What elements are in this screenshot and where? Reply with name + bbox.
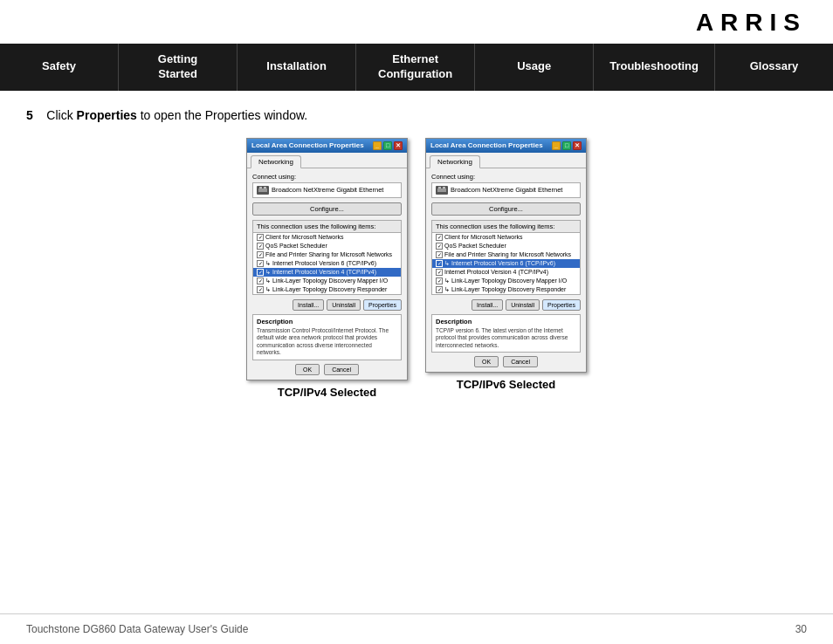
ipv6-dialog-title: Local Area Connection Properties: [430, 141, 543, 149]
svg-rect-2: [264, 187, 266, 188]
checkbox-qos[interactable]: [257, 243, 264, 250]
ipv6-connection-uses-label: This connection uses the following items…: [432, 221, 580, 233]
ipv4-caption: TCP/IPv4 Selected: [278, 386, 376, 399]
ok-button[interactable]: OK: [295, 364, 320, 375]
nav-usage[interactable]: Usage: [475, 44, 594, 91]
item-ipv4-selected[interactable]: ↳ Internet Protocol Version 4 (TCP/IPv4): [253, 268, 401, 277]
step-number: 5: [26, 108, 33, 122]
cancel-button[interactable]: Cancel: [324, 364, 359, 375]
footer-page-number: 30: [795, 623, 807, 635]
checkbox-client[interactable]: [257, 234, 264, 241]
close-btn[interactable]: ✕: [394, 141, 403, 150]
ipv6-ok-button[interactable]: OK: [474, 356, 499, 367]
ipv6-item-ipv6-selected[interactable]: ↳ Internet Protocol Version 6 (TCP/IPv6): [432, 259, 580, 268]
ipv6-install-button[interactable]: Install...: [472, 299, 503, 311]
footer-title: Touchstone DG860 Data Gateway User's Gui…: [26, 623, 248, 635]
navigation: Safety Getting Started Installation Ethe…: [0, 44, 833, 91]
svg-rect-1: [259, 187, 262, 188]
nav-glossary[interactable]: Glossary: [715, 44, 833, 91]
ipv6-description-box: Description TCP/IP version 6. The latest…: [431, 314, 581, 353]
ipv6-properties-button[interactable]: Properties: [542, 299, 581, 311]
ipv6-connect-using-box: Broadcom NetXtreme Gigabit Ethernet: [431, 182, 581, 198]
checkbox-lltdm[interactable]: [257, 277, 264, 284]
ipv6-cancel-button[interactable]: Cancel: [503, 356, 538, 367]
item-qos[interactable]: QoS Packet Scheduler: [253, 242, 401, 250]
ipv6-titlebar-buttons: _ □ ✕: [552, 141, 582, 150]
ipv6-screenshot: Local Area Connection Properties _ □ ✕ N…: [425, 138, 587, 399]
ipv6-connect-using-label: Connect using:: [431, 173, 581, 181]
ipv6-nic-icon: [436, 186, 448, 195]
ipv6-item-qos[interactable]: QoS Packet Scheduler: [432, 242, 580, 250]
ipv6-caption: TCP/IPv6 Selected: [457, 378, 555, 391]
step-text: Click Properties to open the Properties …: [46, 108, 307, 122]
nic-icon: [257, 186, 269, 195]
nav-installation[interactable]: Installation: [238, 44, 356, 91]
ipv6-checkbox-client[interactable]: [436, 234, 443, 241]
dialog-body: Connect using: Broadcom NetXtreme Gigabi…: [247, 168, 407, 380]
ipv6-checkbox-ipv4[interactable]: [436, 269, 443, 276]
item-client[interactable]: Client for Microsoft Networks: [253, 233, 401, 242]
ipv6-dialog-body: Connect using: Broadcom NetXtreme Gigabi…: [426, 168, 586, 372]
uninstall-button[interactable]: Uninstall: [327, 299, 361, 311]
screenshots-container: Local Area Connection Properties _ □ ✕ N…: [26, 138, 807, 399]
maximize-btn[interactable]: □: [383, 141, 392, 150]
ipv6-maximize-btn[interactable]: □: [562, 141, 571, 150]
dialog-tabs: Networking: [247, 153, 407, 168]
properties-button[interactable]: Properties: [363, 299, 402, 311]
checkbox-lltdr[interactable]: [257, 286, 264, 293]
ipv6-checkbox-qos[interactable]: [436, 243, 443, 250]
ipv6-configure-button[interactable]: Configure...: [431, 202, 581, 216]
arris-logo: ARRIS: [696, 9, 807, 36]
ipv6-uninstall-button[interactable]: Uninstall: [506, 299, 540, 311]
description-title: Description: [257, 318, 397, 325]
ipv6-connection-uses-box: This connection uses the following items…: [431, 220, 581, 295]
ipv6-networking-tab[interactable]: Networking: [430, 155, 480, 168]
ipv4-titlebar: Local Area Connection Properties _ □ ✕: [247, 139, 407, 153]
titlebar-buttons: _ □ ✕: [373, 141, 403, 150]
svg-rect-5: [443, 187, 445, 188]
nav-safety[interactable]: Safety: [0, 44, 119, 91]
checkbox-fileprint[interactable]: [257, 251, 264, 258]
ipv6-install-btn-row: Install... Uninstall Properties: [431, 299, 581, 311]
ipv6-item-client[interactable]: Client for Microsoft Networks: [432, 233, 580, 242]
ipv4-dialog: Local Area Connection Properties _ □ ✕ N…: [246, 138, 408, 380]
item-lltdm[interactable]: ↳ Link-Layer Topology Discovery Mapper I…: [253, 277, 401, 285]
minimize-btn[interactable]: _: [373, 141, 382, 150]
connect-using-label: Connect using:: [252, 173, 402, 181]
nav-getting-started[interactable]: Getting Started: [119, 44, 238, 91]
ipv6-ok-cancel-row: OK Cancel: [431, 356, 581, 367]
svg-rect-0: [258, 188, 267, 192]
ipv6-close-btn[interactable]: ✕: [573, 141, 582, 150]
nav-troubleshooting[interactable]: Troubleshooting: [594, 44, 715, 91]
nav-ethernet-config[interactable]: Ethernet Configuration: [356, 44, 475, 91]
page-footer: Touchstone DG860 Data Gateway User's Gui…: [0, 613, 833, 644]
ipv6-minimize-btn[interactable]: _: [552, 141, 561, 150]
item-ipv6[interactable]: ↳ Internet Protocol Version 6 (TCP/IPv6): [253, 259, 401, 268]
ipv6-item-lltdm[interactable]: ↳ Link-Layer Topology Discovery Mapper I…: [432, 277, 580, 285]
ipv6-item-fileprint[interactable]: File and Printer Sharing for Microsoft N…: [432, 250, 580, 259]
description-text-ipv6: TCP/IP version 6. The latest version of …: [436, 327, 576, 349]
checkbox-ipv6[interactable]: [257, 260, 264, 267]
connection-uses-label: This connection uses the following items…: [253, 221, 401, 233]
ipv6-item-ipv4[interactable]: Internet Protocol Version 4 (TCP/IPv4): [432, 268, 580, 277]
ipv6-checkbox-lltdm[interactable]: [436, 277, 443, 284]
ipv6-dialog-tabs: Networking: [426, 153, 586, 168]
ipv4-dialog-title: Local Area Connection Properties: [251, 141, 364, 149]
logo-bar: ARRIS: [0, 0, 833, 44]
networking-tab[interactable]: Networking: [251, 155, 301, 168]
main-content: 5 Click Properties to open the Propertie…: [0, 91, 833, 416]
ipv6-item-lltdr[interactable]: ↳ Link-Layer Topology Discovery Responde…: [432, 285, 580, 294]
install-btn-row: Install... Uninstall Properties: [252, 299, 402, 311]
item-lltdr[interactable]: ↳ Link-Layer Topology Discovery Responde…: [253, 285, 401, 294]
configure-button[interactable]: Configure...: [252, 202, 402, 216]
ipv6-checkbox-fileprint[interactable]: [436, 251, 443, 258]
item-fileprint[interactable]: File and Printer Sharing for Microsoft N…: [253, 250, 401, 259]
ipv6-checkbox-ipv6[interactable]: [436, 260, 443, 267]
checkbox-ipv4[interactable]: [257, 269, 264, 276]
connect-using-box: Broadcom NetXtreme Gigabit Ethernet: [252, 182, 402, 198]
install-button[interactable]: Install...: [293, 299, 324, 311]
nic-name: Broadcom NetXtreme Gigabit Ethernet: [272, 186, 383, 194]
ipv6-checkbox-lltdr[interactable]: [436, 286, 443, 293]
description-text-ipv4: Transmission Control Protocol/Internet P…: [257, 327, 397, 357]
ipv6-description-title: Description: [436, 318, 576, 325]
